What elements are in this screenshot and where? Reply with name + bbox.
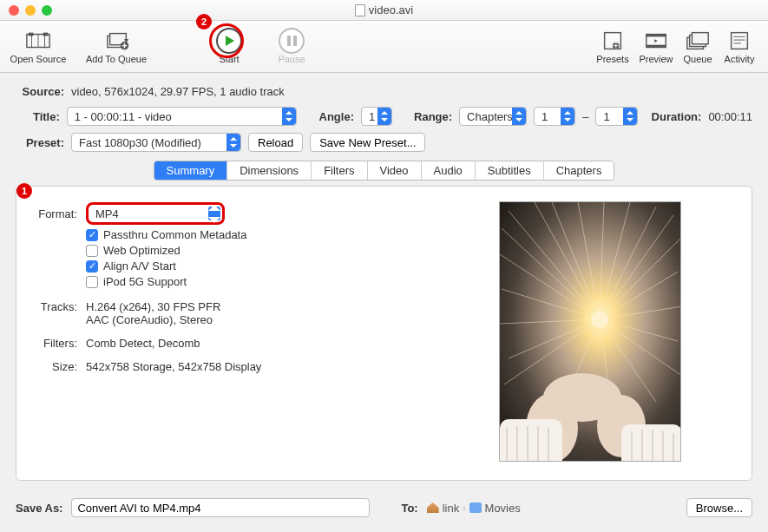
pause-button: Pause — [260, 23, 323, 71]
tab-audio[interactable]: Audio — [422, 161, 476, 180]
weboptimized-label: Web Optimized — [103, 244, 181, 257]
svg-rect-67 — [621, 424, 681, 462]
angle-select[interactable]: 1 — [361, 107, 392, 126]
add-to-queue-button[interactable]: ▾ Add To Queue — [69, 23, 163, 71]
weboptimized-checkbox[interactable] — [86, 245, 98, 257]
tab-summary[interactable]: Summary — [154, 161, 228, 180]
minimize-button[interactable] — [25, 5, 36, 16]
ipod-checkbox[interactable] — [86, 276, 98, 288]
saveas-label: Save As: — [16, 502, 62, 515]
svg-marker-28 — [515, 111, 522, 115]
pause-icon — [278, 30, 305, 52]
svg-rect-19 — [692, 32, 708, 43]
range-from-select[interactable]: 1 — [534, 107, 575, 126]
open-source-icon — [24, 30, 52, 52]
traffic-lights — [9, 5, 52, 16]
passthru-label: Passthru Common Metadata — [103, 228, 246, 241]
svg-rect-15 — [647, 44, 666, 47]
svg-rect-20 — [732, 32, 748, 49]
svg-marker-27 — [381, 118, 388, 122]
alignav-label: Align A/V Start — [103, 259, 176, 273]
add-to-queue-icon: ▾ — [94, 30, 139, 52]
to-label: To: — [401, 502, 417, 515]
range-dash: – — [582, 110, 588, 123]
window-title: video.avi — [369, 3, 413, 16]
preview-button[interactable]: Preview — [634, 23, 678, 71]
svg-marker-37 — [208, 217, 220, 223]
alignav-checkbox[interactable] — [86, 260, 98, 273]
filters-value: Comb Detect, Decomb — [86, 337, 200, 350]
tab-chapters[interactable]: Chapters — [544, 161, 614, 180]
range-to-select[interactable]: 1 — [595, 107, 637, 126]
close-button[interactable] — [9, 5, 19, 16]
format-label: Format: — [32, 207, 77, 220]
svg-marker-16 — [654, 39, 658, 43]
footer: Save As: To: link › Movies Browse... — [0, 489, 768, 529]
preview-icon — [642, 30, 670, 52]
title-select[interactable]: 1 - 00:00:11 - video — [67, 107, 298, 126]
queue-button[interactable]: Queue — [678, 23, 718, 71]
size-value: 542x758 Storage, 542x758 Display — [86, 360, 261, 373]
svg-marker-29 — [515, 118, 522, 122]
queue-icon — [684, 30, 712, 52]
reload-button[interactable]: Reload — [248, 133, 303, 152]
preview-thumbnail[interactable] — [499, 201, 681, 462]
duration-value: 00:00:11 — [708, 110, 752, 123]
chevron-right-icon: › — [463, 503, 465, 513]
start-button[interactable]: 2 Start — [198, 23, 260, 71]
svg-rect-2 — [43, 32, 49, 36]
filters-label: Filters: — [32, 337, 77, 350]
svg-rect-1 — [29, 32, 34, 36]
play-icon: 2 — [215, 30, 243, 52]
activity-button[interactable]: Activity — [718, 23, 761, 71]
tab-subtitles[interactable]: Subtitles — [476, 161, 544, 180]
svg-point-62 — [584, 304, 615, 335]
content: Source: video, 576x1024, 29.97 FPS, 1 au… — [0, 73, 768, 489]
svg-marker-30 — [564, 111, 571, 115]
tab-filters[interactable]: Filters — [312, 161, 367, 180]
source-label: Source: — [16, 85, 64, 98]
ipod-label: iPod 5G Support — [103, 275, 187, 288]
home-icon — [427, 502, 439, 513]
range-label: Range: — [414, 110, 452, 123]
duration-label: Duration: — [652, 110, 702, 123]
svg-marker-26 — [381, 111, 388, 115]
toolbar: Open Source ▾ Add To Queue 2 Start Pause… — [0, 21, 768, 73]
range-type-select[interactable]: Chapters — [459, 107, 527, 126]
passthru-checkbox[interactable] — [86, 229, 98, 241]
folder-icon — [469, 502, 482, 513]
svg-marker-24 — [286, 111, 292, 115]
summary-panel: 1 Format: MP4 Passthru Common Metadata W… — [16, 186, 752, 481]
destination-path[interactable]: link › Movies — [427, 502, 521, 515]
save-new-preset-button[interactable]: Save New Preset... — [310, 133, 425, 152]
tracks-label: Tracks: — [32, 300, 77, 313]
svg-marker-34 — [230, 137, 237, 141]
svg-marker-36 — [208, 205, 220, 211]
saveas-input[interactable] — [71, 498, 370, 517]
tracks-value-1: H.264 (x264), 30 FPS PFR — [86, 300, 220, 313]
svg-rect-66 — [500, 419, 562, 462]
presets-button[interactable]: Presets — [591, 23, 634, 71]
tab-dimensions[interactable]: Dimensions — [227, 161, 312, 180]
browse-button[interactable]: Browse... — [686, 498, 752, 517]
chevron-down-icon: ▾ — [124, 36, 128, 45]
svg-marker-33 — [627, 118, 633, 122]
activity-icon — [725, 30, 753, 52]
annotation-badge-1: 1 — [16, 183, 32, 199]
format-select[interactable]: MP4 — [86, 202, 225, 225]
source-value: video, 576x1024, 29.97 FPS, 1 audio trac… — [71, 85, 285, 98]
svg-rect-14 — [647, 34, 666, 36]
annotation-badge-2: 2 — [196, 14, 212, 30]
preset-select[interactable]: Fast 1080p30 (Modified) — [71, 133, 241, 152]
svg-marker-31 — [564, 118, 571, 122]
zoom-button[interactable] — [42, 5, 52, 16]
svg-marker-35 — [230, 144, 237, 148]
size-label: Size: — [32, 360, 77, 373]
tracks-value-2: AAC (CoreAudio), Stereo — [86, 313, 220, 326]
titlebar: video.avi — [0, 0, 768, 21]
open-source-button[interactable]: Open Source — [7, 23, 69, 71]
tab-video[interactable]: Video — [368, 161, 422, 180]
file-icon — [355, 4, 365, 16]
title-label: Title: — [16, 110, 60, 123]
preset-label: Preset: — [16, 136, 64, 149]
